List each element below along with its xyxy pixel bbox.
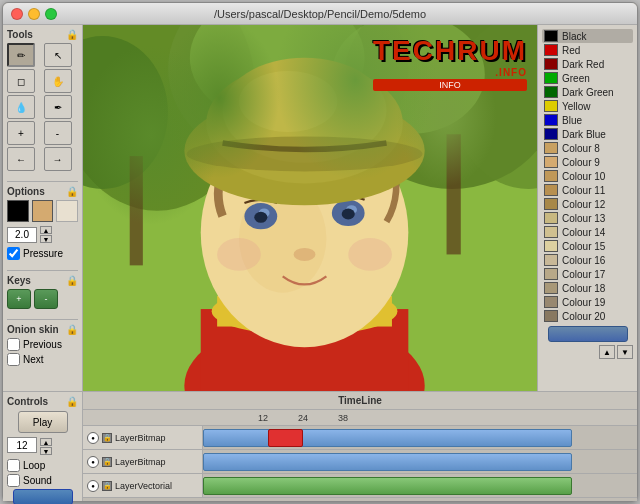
zoom-out-tool[interactable]: - <box>44 121 72 145</box>
track-controls-1: ● 🔒 LayerBitmap <box>83 450 203 473</box>
frame-input[interactable] <box>7 437 37 453</box>
onion-next-container: Next <box>7 353 78 366</box>
palette-item-13[interactable]: Colour 13 <box>542 211 633 225</box>
onion-next-checkbox[interactable] <box>7 353 20 366</box>
track-content-1[interactable] <box>203 450 637 473</box>
add-layer-bottom-btn[interactable] <box>13 489 73 504</box>
palette-label-7: Dark Blue <box>562 129 606 140</box>
color-swatch-3[interactable] <box>56 200 78 222</box>
eraser-tool[interactable]: ◻ <box>7 69 35 93</box>
onion-lock-icon: 🔒 <box>66 324 78 335</box>
palette-arrow-up[interactable]: ▲ <box>599 345 615 359</box>
track-lock-1[interactable]: 🔒 <box>102 457 112 467</box>
track-controls-0: ● 🔒 LayerBitmap <box>83 426 203 449</box>
palette-color-16 <box>544 254 558 266</box>
ruler-mark-12: 12 <box>243 413 283 423</box>
palette-item-20[interactable]: Colour 20 <box>542 309 633 323</box>
sound-label: Sound <box>23 475 52 486</box>
palette-arrow-down[interactable]: ▼ <box>617 345 633 359</box>
palette-label-16: Colour 16 <box>562 255 605 266</box>
palette-label-17: Colour 17 <box>562 269 605 280</box>
maximize-button[interactable] <box>45 8 57 20</box>
divider-1 <box>7 181 78 182</box>
palette-color-0 <box>544 30 558 42</box>
palette-item-18[interactable]: Colour 18 <box>542 281 633 295</box>
canvas-area[interactable]: TECHRUM .INFO INFO <box>83 25 537 391</box>
track-eye-1[interactable]: ● <box>87 456 99 468</box>
palette-item-15[interactable]: Colour 15 <box>542 239 633 253</box>
zoom-in-tool[interactable]: + <box>7 121 35 145</box>
onion-previous-checkbox[interactable] <box>7 338 20 351</box>
palette-item-10[interactable]: Colour 10 <box>542 169 633 183</box>
bottom-area: Controls 🔒 Play ▲ ▼ Loop Sound <box>3 391 637 501</box>
onion-next-label: Next <box>23 354 44 365</box>
palette-item-9[interactable]: Colour 9 <box>542 155 633 169</box>
character-scene: TECHRUM .INFO INFO <box>83 25 537 391</box>
fg-color-swatch[interactable] <box>7 200 29 222</box>
timeline-label: TimeLine <box>338 395 382 406</box>
size-input[interactable] <box>7 227 37 243</box>
remove-key-button[interactable]: - <box>34 289 58 309</box>
track-content-0[interactable] <box>203 426 637 449</box>
track-lock-0[interactable]: 🔒 <box>102 433 112 443</box>
palette-label-2: Dark Red <box>562 59 604 70</box>
pressure-checkbox-container: Pressure <box>7 247 78 260</box>
palette-label-20: Colour 20 <box>562 311 605 322</box>
palette-item-4[interactable]: Dark Green <box>542 85 633 99</box>
palette-item-16[interactable]: Colour 16 <box>542 253 633 267</box>
divider-3 <box>7 319 78 320</box>
options-label: Options <box>7 186 45 197</box>
palette-item-12[interactable]: Colour 12 <box>542 197 633 211</box>
move-left-tool[interactable]: ← <box>7 147 35 171</box>
track-eye-2[interactable]: ● <box>87 480 99 492</box>
track-eye-0[interactable]: ● <box>87 432 99 444</box>
pen-tool[interactable]: ✒ <box>44 95 72 119</box>
timeline-tracks: ● 🔒 LayerBitmap ● 🔒 LayerBitmap <box>83 426 637 501</box>
loop-checkbox[interactable] <box>7 459 20 472</box>
tools-label: Tools <box>7 29 33 40</box>
pressure-checkbox[interactable] <box>7 247 20 260</box>
close-button[interactable] <box>11 8 23 20</box>
palette-item-5[interactable]: Yellow <box>542 99 633 113</box>
palette-item-7[interactable]: Dark Blue <box>542 127 633 141</box>
timeline-header: TimeLine <box>83 392 637 410</box>
select-tool[interactable]: ↖ <box>44 43 72 67</box>
pencil-tool[interactable]: ✏ <box>7 43 35 67</box>
track-lock-2[interactable]: 🔒 <box>102 481 112 491</box>
tools-grid: ✏ ↖ ◻ ✋ 💧 ✒ + - ← → <box>7 43 78 171</box>
track-content-2[interactable] <box>203 474 637 497</box>
eyedropper-tool[interactable]: 💧 <box>7 95 35 119</box>
palette-color-19 <box>544 296 558 308</box>
size-up[interactable]: ▲ <box>40 226 52 234</box>
add-key-button[interactable]: + <box>7 289 31 309</box>
palette-color-3 <box>544 72 558 84</box>
hand-tool[interactable]: ✋ <box>44 69 72 93</box>
frame-up[interactable]: ▲ <box>40 438 52 446</box>
move-right-tool[interactable]: → <box>44 147 72 171</box>
palette-item-1[interactable]: Red <box>542 43 633 57</box>
size-down[interactable]: ▼ <box>40 235 52 243</box>
palette-color-9 <box>544 156 558 168</box>
palette-color-18 <box>544 282 558 294</box>
controls-panel: Controls 🔒 Play ▲ ▼ Loop Sound <box>3 392 83 501</box>
palette-item-11[interactable]: Colour 11 <box>542 183 633 197</box>
timeline-area: TimeLine 12 24 38 ● 🔒 LayerBitmap <box>83 392 637 501</box>
palette-item-0[interactable]: Black <box>542 29 633 43</box>
palette-item-6[interactable]: Blue <box>542 113 633 127</box>
palette-item-8[interactable]: Colour 8 <box>542 141 633 155</box>
bg-color-swatch[interactable] <box>32 200 54 222</box>
palette-item-17[interactable]: Colour 17 <box>542 267 633 281</box>
minimize-button[interactable] <box>28 8 40 20</box>
frame-down[interactable]: ▼ <box>40 447 52 455</box>
palette-scroll-button[interactable] <box>548 326 628 342</box>
sound-checkbox[interactable] <box>7 474 20 487</box>
palette-color-10 <box>544 170 558 182</box>
palette-item-19[interactable]: Colour 19 <box>542 295 633 309</box>
play-button[interactable]: Play <box>18 411 68 433</box>
keys-header: Keys 🔒 <box>7 275 78 286</box>
loop-label: Loop <box>23 460 45 471</box>
palette-item-3[interactable]: Green <box>542 71 633 85</box>
palette-color-12 <box>544 198 558 210</box>
palette-item-14[interactable]: Colour 14 <box>542 225 633 239</box>
palette-item-2[interactable]: Dark Red <box>542 57 633 71</box>
